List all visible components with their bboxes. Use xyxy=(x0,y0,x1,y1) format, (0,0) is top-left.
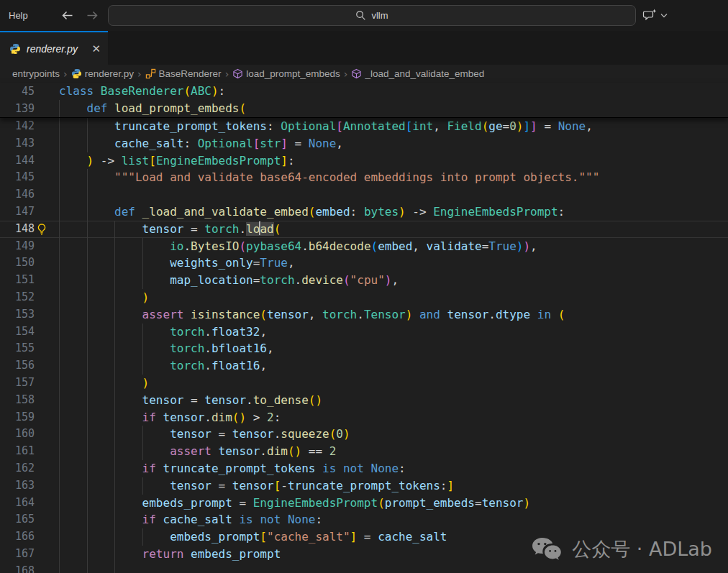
line-content[interactable]: torch.float32, xyxy=(59,324,728,341)
code-line-160[interactable]: 160tensor = tensor.squeeze(0) xyxy=(0,426,728,443)
code-token: = xyxy=(357,530,378,544)
line-content[interactable]: class BaseRenderer(ABC): xyxy=(59,83,728,100)
code-line-152[interactable]: 152) xyxy=(0,289,728,306)
code-token: , xyxy=(530,239,537,253)
breadcrumb-item-load_and_validate_embed[interactable]: _load_and_validate_embed xyxy=(351,68,484,79)
line-content[interactable]: cache_salt: Optional[str] = None, xyxy=(59,135,728,152)
code-line-144[interactable]: 144) -> list[EngineEmbedsPrompt]: xyxy=(0,152,728,170)
line-content[interactable]: if cache_salt is not None: xyxy=(59,511,728,528)
code-token xyxy=(211,444,219,458)
line-content[interactable]: weights_only=True, xyxy=(59,255,728,272)
code-line-162[interactable]: 162if truncate_prompt_tokens is not None… xyxy=(0,460,728,477)
line-content[interactable]: assert isinstance(tensor, torch.Tensor) … xyxy=(59,306,728,324)
line-number: 155 xyxy=(0,340,35,357)
line-content[interactable]: ) xyxy=(59,289,728,306)
tab-close-icon[interactable]: ✕ xyxy=(91,43,101,54)
sticky-line-45[interactable]: 45class BaseRenderer(ABC): xyxy=(0,83,728,100)
code-line-156[interactable]: 156torch.float16, xyxy=(0,357,728,375)
line-content[interactable]: ) xyxy=(59,375,728,392)
code-token: io xyxy=(170,239,183,253)
breadcrumb-item-load_prompt_embeds[interactable]: load_prompt_embeds xyxy=(232,68,340,79)
code-line-168[interactable]: 168 xyxy=(0,563,728,573)
code-line-153[interactable]: 153assert isinstance(tensor, torch.Tenso… xyxy=(0,306,728,324)
line-content[interactable]: truncate_prompt_tokens: Optional[Annotat… xyxy=(59,118,728,135)
code-line-148[interactable]: 148tensor = torch.load( xyxy=(0,221,728,238)
code-token xyxy=(107,101,114,115)
forward-button[interactable] xyxy=(85,8,101,24)
code-line-164[interactable]: 164embeds_prompt = EngineEmbedsPrompt(pr… xyxy=(0,495,728,512)
code-line-151[interactable]: 151map_location=torch.device("cpu"), xyxy=(0,272,728,289)
breadcrumb-item-entrypoints[interactable]: entrypoints xyxy=(12,68,60,79)
menu-help[interactable]: Help xyxy=(0,6,37,26)
tab-renderer-py[interactable]: renderer.py ✕ xyxy=(0,31,108,65)
arrow-left-icon xyxy=(60,10,73,21)
code-token: = xyxy=(503,119,510,133)
line-content[interactable]: tensor = tensor.to_dense() xyxy=(59,392,728,409)
back-button[interactable] xyxy=(59,8,75,24)
indent-guide xyxy=(142,426,170,443)
line-number: 167 xyxy=(0,546,35,563)
line-content[interactable] xyxy=(59,563,728,573)
line-content[interactable]: assert tensor.dim() == 2 xyxy=(59,443,728,460)
code-token: ) xyxy=(523,239,530,253)
line-content[interactable]: torch.bfloat16, xyxy=(59,340,728,357)
indent-guide xyxy=(87,392,115,409)
code-token: is xyxy=(322,462,336,475)
code-line-149[interactable]: 149io.BytesIO(pybase64.b64decode(embed, … xyxy=(0,238,728,255)
indent-guide xyxy=(59,528,87,546)
code-token: , xyxy=(412,239,426,253)
glyph-margin[interactable] xyxy=(35,221,59,238)
code-token: ] xyxy=(281,154,288,168)
line-number: 150 xyxy=(0,255,35,272)
code-line-145[interactable]: 145"""Load and validate base64-encoded e… xyxy=(0,169,728,186)
line-content[interactable]: if truncate_prompt_tokens is not None: xyxy=(59,460,728,477)
python-icon xyxy=(71,68,82,79)
code-line-163[interactable]: 163tensor = tensor[-truncate_prompt_toke… xyxy=(0,477,728,495)
lightbulb-icon[interactable] xyxy=(36,223,47,235)
line-content[interactable]: tensor = tensor[-truncate_prompt_tokens:… xyxy=(59,477,728,495)
line-number: 151 xyxy=(0,272,35,289)
line-number: 165 xyxy=(0,511,35,528)
code-line-146[interactable]: 146 xyxy=(0,186,728,203)
line-content[interactable]: """Load and validate base64-encoded embe… xyxy=(59,169,728,186)
line-content[interactable]: torch.float16, xyxy=(59,357,728,375)
line-content[interactable]: tensor = tensor.squeeze(0) xyxy=(59,426,728,443)
line-content[interactable]: tensor = torch.load( xyxy=(59,221,728,238)
code-line-155[interactable]: 155torch.bfloat16, xyxy=(0,340,728,357)
code-line-157[interactable]: 157) xyxy=(0,375,728,392)
code-token xyxy=(94,84,101,98)
line-number: 149 xyxy=(0,238,35,255)
code-line-143[interactable]: 143cache_salt: Optional[str] = None, xyxy=(0,135,728,152)
breadcrumb-item-BaseRenderer[interactable]: BaseRenderer xyxy=(145,68,222,79)
code-line-150[interactable]: 150weights_only=True, xyxy=(0,255,728,272)
code-token: embeds_prompt xyxy=(170,530,260,544)
breadcrumb-item-renderer.py[interactable]: renderer.py xyxy=(71,68,134,79)
indent-guide xyxy=(114,443,142,460)
glyph-margin xyxy=(35,460,59,477)
line-content[interactable]: io.BytesIO(pybase64.b64decode(embed, val… xyxy=(59,238,728,255)
line-content[interactable]: ) -> list[EngineEmbedsPrompt]: xyxy=(59,152,728,170)
code-line-154[interactable]: 154torch.float32, xyxy=(0,324,728,341)
copilot-menu[interactable] xyxy=(642,0,668,31)
line-content[interactable] xyxy=(59,186,728,203)
line-content[interactable]: if tensor.dim() > 2: xyxy=(59,409,728,426)
indent-guide xyxy=(59,357,87,375)
code-token: tensor xyxy=(142,393,184,407)
code-line-159[interactable]: 159if tensor.dim() > 2: xyxy=(0,409,728,426)
line-content[interactable]: def load_prompt_embeds( xyxy=(59,100,728,117)
line-content[interactable]: def _load_and_validate_embed(embed: byte… xyxy=(59,203,728,221)
sticky-line-139[interactable]: 139def load_prompt_embeds( xyxy=(0,100,728,117)
code-token: [ xyxy=(149,154,156,168)
search-input[interactable]: vllm xyxy=(108,5,636,26)
line-content[interactable]: embeds_prompt = EngineEmbedsPrompt(promp… xyxy=(59,495,728,512)
code-line-142[interactable]: 142truncate_prompt_tokens: Optional[Anno… xyxy=(0,118,728,135)
code-line-165[interactable]: 165if cache_salt is not None: xyxy=(0,511,728,528)
code-line-161[interactable]: 161assert tensor.dim() == 2 xyxy=(0,443,728,460)
indent-guide xyxy=(59,135,87,152)
code-line-147[interactable]: 147def _load_and_validate_embed(embed: b… xyxy=(0,203,728,221)
code-line-158[interactable]: 158tensor = tensor.to_dense() xyxy=(0,392,728,409)
line-content[interactable]: map_location=torch.device("cpu"), xyxy=(59,272,728,289)
code-token: , xyxy=(260,325,267,339)
wechat-icon xyxy=(530,536,563,563)
code-token: : xyxy=(267,119,281,133)
